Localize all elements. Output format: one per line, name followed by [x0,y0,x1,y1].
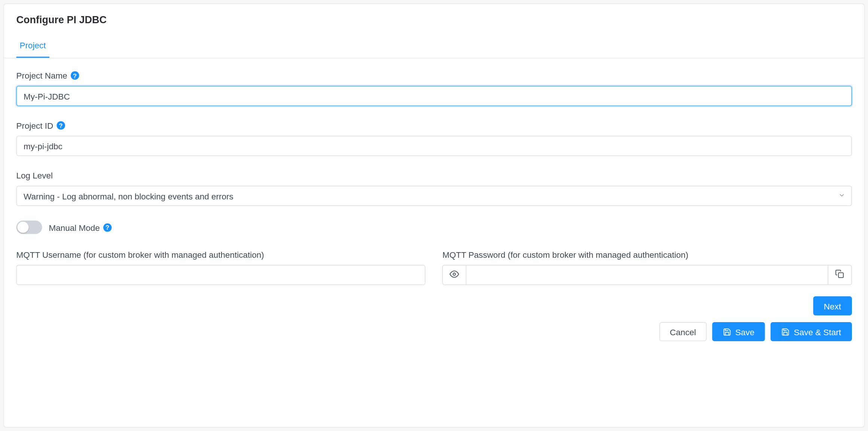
field-mqtt-password: MQTT Password (for custom broker with ma… [442,250,852,285]
cancel-button[interactable]: Cancel [659,322,707,341]
label-text: Project Name [16,71,67,80]
label-text: MQTT Username (for custom broker with ma… [16,250,264,260]
mqtt-username-input[interactable] [16,265,426,285]
eye-icon [450,269,459,281]
select-value: Warning - Log abnormal, non blocking eve… [24,191,233,201]
copy-icon [835,269,844,281]
field-manual-mode: Manual Mode ? [16,221,852,234]
help-icon[interactable]: ? [103,223,112,232]
panel-header: Configure PI JDBC [4,4,864,33]
project-name-input[interactable] [16,86,852,106]
project-id-input[interactable] [16,136,852,156]
label-text: Manual Mode [49,223,100,232]
label-mqtt-username: MQTT Username (for custom broker with ma… [16,250,426,260]
label-project-id: Project ID ? [16,121,852,131]
button-label: Save [735,327,754,337]
log-level-select-wrap: Warning - Log abnormal, non blocking eve… [16,186,852,206]
field-project-id: Project ID ? [16,121,852,156]
footer-secondary: Cancel Save Save & Start [4,319,864,354]
footer-primary: Next [4,291,864,319]
field-log-level: Log Level Warning - Log abnormal, non bl… [16,171,852,206]
label-log-level: Log Level [16,171,852,180]
configure-panel: Configure PI JDBC Project Project Name ?… [3,3,865,428]
button-label: Save & Start [794,327,841,337]
toggle-password-visibility-button[interactable] [442,265,466,285]
manual-mode-toggle[interactable] [16,221,42,234]
next-button[interactable]: Next [813,296,852,315]
form-body: Project Name ? Project ID ? Log Level [4,58,864,291]
help-icon[interactable]: ? [56,121,65,130]
save-icon [723,327,731,336]
label-text: Project ID [16,121,54,131]
copy-password-button[interactable] [828,265,852,285]
toggle-knob [18,222,29,233]
field-mqtt-username: MQTT Username (for custom broker with ma… [16,250,426,285]
tab-bar: Project [4,35,864,58]
panel-title: Configure PI JDBC [16,14,852,33]
mqtt-password-input[interactable] [466,265,828,285]
button-label: Next [824,301,841,311]
mqtt-password-group [442,265,852,285]
save-button[interactable]: Save [712,322,765,341]
mqtt-row: MQTT Username (for custom broker with ma… [16,250,852,285]
label-text: MQTT Password (for custom broker with ma… [442,250,688,260]
log-level-select[interactable]: Warning - Log abnormal, non blocking eve… [16,186,852,206]
tab-project[interactable]: Project [16,35,49,58]
label-mqtt-password: MQTT Password (for custom broker with ma… [442,250,852,260]
field-project-name: Project Name ? [16,71,852,106]
svg-rect-1 [838,273,843,278]
svg-point-0 [453,273,456,275]
label-project-name: Project Name ? [16,71,852,80]
help-icon[interactable]: ? [71,71,79,80]
label-text: Log Level [16,171,53,180]
label-manual-mode: Manual Mode ? [49,223,112,232]
save-icon [782,327,790,336]
save-start-button[interactable]: Save & Start [771,322,852,341]
button-label: Cancel [670,327,696,337]
